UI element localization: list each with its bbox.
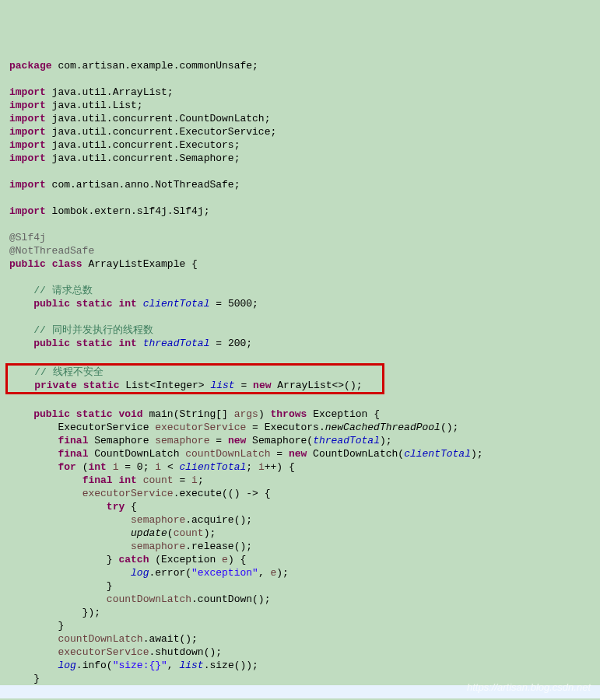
call-update: update [131, 527, 167, 539]
static-call: newCachedThreadPool [325, 422, 440, 433]
field-log: log [58, 660, 75, 671]
code [9, 593, 107, 605]
kw-try: try [107, 501, 125, 513]
kw-new: new [253, 380, 271, 391]
code: ( [167, 527, 174, 539]
local-exec: executorService [82, 488, 174, 499]
throws-type: Exception { [307, 408, 380, 420]
field-val: = 200; [209, 338, 252, 349]
kw-final: final [58, 435, 88, 446]
kw-import: import [9, 86, 46, 98]
code [9, 514, 131, 526]
string: "size:{}" [113, 660, 167, 671]
local-i: i [258, 461, 265, 473]
code: , [167, 660, 180, 671]
kw-import: import [9, 126, 46, 138]
field-mods: public static int [33, 338, 142, 349]
import-name: lombok.extern.slf4j.Slf4j; [46, 205, 210, 217]
code: , [258, 567, 271, 579]
kw-public: public [9, 258, 46, 270]
local-exec: executorService [58, 646, 149, 658]
code: (Exception [149, 554, 222, 565]
field-val: = 5000; [209, 298, 258, 310]
field-mods: private static [34, 380, 125, 391]
field-init: ArrayList<>(); [272, 380, 363, 391]
local-exec: executorService [155, 422, 246, 433]
code [9, 501, 107, 513]
local-count: count [174, 527, 204, 539]
code: .info( [76, 660, 113, 671]
kw-import: import [9, 139, 46, 151]
paren: ) [258, 408, 271, 420]
watermark: https://artisan.blog.csdn.net [467, 681, 591, 694]
import-name: java.util.concurrent.Executors; [46, 139, 240, 151]
code: Semaphore( [246, 435, 313, 446]
local-i: i [155, 461, 161, 473]
code: .countDown(); [191, 593, 270, 605]
class-name: ArrayListExample { [82, 258, 198, 270]
code: .acquire(); [185, 514, 252, 526]
code: = 0; [118, 461, 155, 473]
param-args: args [234, 408, 258, 420]
code: = [270, 448, 288, 460]
kw-import: import [9, 100, 46, 111]
code: ); [380, 435, 392, 446]
field-type: List<Integer> [125, 380, 210, 391]
code: .await(); [143, 633, 198, 645]
code: } [9, 620, 64, 632]
code: = Executors. [246, 422, 325, 433]
code: ); [204, 527, 216, 539]
code [9, 527, 131, 539]
kw-package: package [9, 60, 52, 72]
code: { [125, 501, 137, 513]
local-sem: semaphore [155, 435, 209, 446]
kw-int: int [88, 461, 106, 473]
code [9, 474, 82, 486]
local-count: count [143, 474, 174, 486]
comment: // 同时并发执行的线程数 [33, 324, 153, 336]
code [9, 541, 131, 552]
code [9, 660, 58, 671]
local-sem: semaphore [131, 541, 185, 552]
local-latch: countDownLatch [185, 448, 270, 460]
local-i: i [191, 474, 198, 486]
code [9, 461, 58, 473]
code [9, 488, 82, 499]
annotation-notthreadsafe: @NotThreadSafe [9, 245, 94, 257]
string: "exception" [191, 567, 258, 579]
code [9, 567, 131, 579]
annotation-slf4j: @Slf4j [9, 232, 46, 243]
kw-import: import [9, 179, 46, 191]
code: .size()); [204, 660, 258, 671]
code: CountDownLatch [88, 448, 185, 460]
method-mods: public static void [33, 408, 142, 420]
kw-final-int: final int [82, 474, 143, 486]
code: ++) { [265, 461, 295, 473]
code [9, 435, 58, 446]
code: }); [9, 607, 100, 618]
import-name: java.util.concurrent.CountDownLatch; [46, 113, 271, 124]
field-log: log [131, 567, 149, 579]
kw-final: final [58, 448, 88, 460]
kw-import: import [9, 113, 46, 124]
import-name: java.util.concurrent.Semaphore; [46, 152, 240, 164]
code: ) { [228, 554, 246, 565]
code: = [174, 474, 191, 486]
code: ExecutorService [9, 422, 155, 433]
highlighted-code-box: // 线程不安全 private static List<Integer> li… [5, 363, 384, 394]
code [107, 461, 113, 473]
code: Semaphore [88, 435, 155, 446]
code: ); [471, 448, 483, 460]
local-e: e [222, 554, 228, 565]
kw-catch: catch [118, 554, 149, 565]
field-ref: threadTotal [313, 435, 380, 446]
kw-import: import [9, 152, 46, 164]
comment: // 请求总数 [33, 285, 92, 296]
code: ( [76, 461, 89, 473]
code: = [209, 435, 227, 446]
code: CountDownLatch( [307, 448, 404, 460]
kw-import: import [9, 205, 46, 217]
code: .error( [149, 567, 191, 579]
field-list: list [210, 380, 234, 391]
kw-class: class [52, 258, 82, 270]
